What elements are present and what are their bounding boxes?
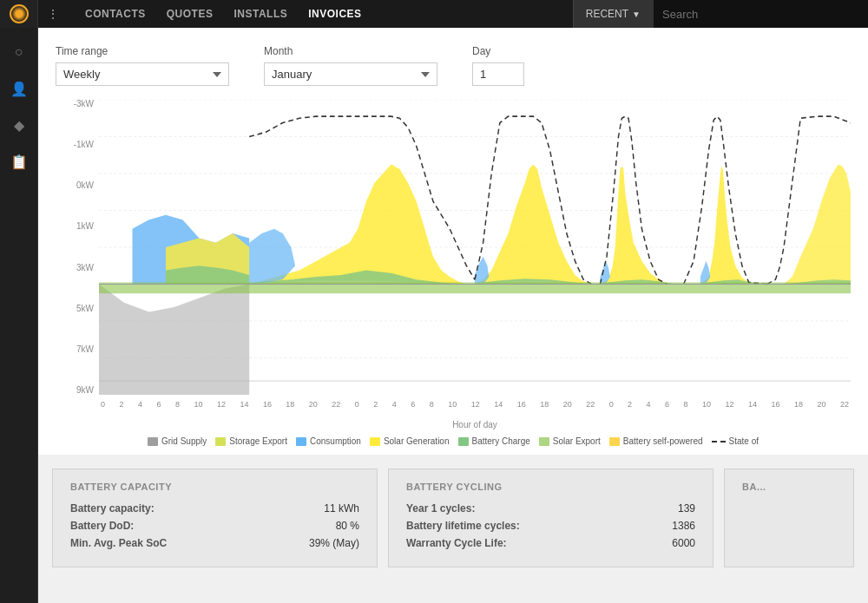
legend-swatch-storage [215, 437, 226, 446]
time-range-label: Time range [56, 45, 229, 57]
nav-invoices[interactable]: INVOICES [298, 0, 372, 28]
battery-cycling-card: BATTERY CYCLING Year 1 cycles: 139 Batte… [388, 469, 713, 567]
svg-marker-20 [600, 167, 683, 285]
top-nav: ⋮ CONTACTS QUOTES INSTALLS INVOICES RECE… [0, 0, 868, 28]
day-input[interactable] [472, 62, 524, 86]
legend-swatch-battery-charge [458, 437, 469, 446]
nav-items: CONTACTS QUOTES INSTALLS INVOICES [68, 0, 573, 28]
legend-swatch-consumption [296, 437, 306, 446]
nav-recent-button[interactable]: RECENT ▼ [573, 0, 653, 28]
battery-capacity-title: BATTERY CAPACITY [70, 482, 359, 492]
legend-state: State of [712, 436, 759, 446]
y-axis: 9kW 7kW 5kW 3kW 1kW 0kW -1kW -3kW [56, 100, 99, 395]
y-label-3kw: 3kW [56, 264, 99, 272]
legend-solar-export: Solar Export [539, 436, 601, 446]
battery-capacity-row-2: Min. Avg. Peak SoC 39% (May) [70, 537, 359, 549]
battery-capacity-label-1: Battery DoD: [70, 520, 134, 532]
month-select[interactable]: January February March [264, 62, 437, 86]
battery-cycling-row-1: Battery lifetime cycles: 1386 [406, 520, 695, 532]
filter-row: Time range Weekly Daily Monthly Month Ja… [56, 45, 851, 86]
chart-svg-area: 0246810121416182022 0246810121416182022 … [99, 100, 851, 395]
legend-label-storage: Storage Export [229, 436, 287, 446]
battery-capacity-row-1: Battery DoD: 80 % [70, 520, 359, 532]
battery-capacity-row-0: Battery capacity: 11 kWh [70, 502, 359, 515]
y-label-neg3kw: -3kW [56, 100, 99, 108]
y-label-9kw: 9kW [56, 386, 99, 395]
main-layout: ○ 👤 ◆ 📋 Time range Weekly Daily Monthly … [0, 28, 868, 603]
svg-marker-24 [700, 167, 767, 285]
logo-icon [10, 4, 29, 23]
battery-capacity-card: BATTERY CAPACITY Battery capacity: 11 kW… [52, 469, 378, 567]
legend-dash-state [712, 441, 726, 442]
search-input[interactable] [662, 8, 859, 21]
battery-cycling-label-2: Warranty Cycle Life: [406, 537, 507, 549]
battery-capacity-label-0: Battery capacity: [70, 502, 155, 515]
legend-battery-charge: Battery Charge [458, 436, 530, 446]
day-label: Day [472, 45, 524, 57]
svg-marker-8 [99, 285, 249, 396]
y-label-neg1kw: -1kW [56, 141, 99, 149]
sidebar-icon-user[interactable]: 👤 [3, 73, 35, 104]
battery-cycling-row-2: Warranty Cycle Life: 6000 [406, 537, 695, 549]
svg-marker-28 [784, 164, 851, 284]
battery-cycling-value-1: 1386 [672, 520, 695, 532]
nav-installs[interactable]: INSTALLS [223, 0, 298, 28]
battery-extra-card: BA... [724, 469, 854, 567]
chart-container: 9kW 7kW 5kW 3kW 1kW 0kW -1kW -3kW [56, 100, 851, 429]
chart-svg [99, 100, 851, 395]
legend-grid-supply: Grid Supply [148, 436, 207, 446]
battery-extra-title: BA... [742, 482, 836, 492]
nav-right: RECENT ▼ [573, 0, 868, 28]
day-filter: Day [472, 45, 524, 86]
legend-label-consumption: Consumption [310, 436, 361, 446]
legend-label-solar-export: Solar Export [553, 436, 601, 446]
time-range-select[interactable]: Weekly Daily Monthly [56, 62, 229, 86]
legend-label-battery-self: Battery self-powered [623, 436, 703, 446]
battery-cycling-title: BATTERY CYCLING [406, 482, 695, 492]
time-range-filter: Time range Weekly Daily Monthly [56, 45, 229, 86]
x-axis-labels: 0246810121416182022 0246810121416182022 … [99, 400, 851, 409]
sidebar-icon-home[interactable]: ○ [3, 36, 35, 68]
y-label-5kw: 5kW [56, 305, 99, 313]
battery-capacity-value-2: 39% (May) [309, 537, 359, 549]
legend-label-state: State of [729, 436, 759, 446]
legend-battery-self: Battery self-powered [609, 436, 703, 446]
legend-consumption: Consumption [296, 436, 361, 446]
info-cards: BATTERY CAPACITY Battery capacity: 11 kW… [38, 455, 868, 567]
nav-quotes[interactable]: QUOTES [156, 0, 224, 28]
legend-swatch-battery-self [609, 437, 620, 446]
battery-capacity-value-0: 11 kWh [324, 502, 359, 515]
battery-cycling-value-2: 6000 [672, 537, 695, 549]
x-axis-title: Hour of day [99, 420, 851, 429]
legend-label-battery-charge: Battery Charge [472, 436, 530, 446]
legend-swatch-grid [148, 437, 158, 446]
legend-label-solar-gen: Solar Generation [384, 436, 450, 446]
chart-section: Time range Weekly Daily Monthly Month Ja… [38, 28, 868, 455]
battery-cycling-label-1: Battery lifetime cycles: [406, 520, 520, 532]
battery-capacity-value-1: 80 % [336, 520, 359, 532]
month-label: Month [264, 45, 437, 57]
battery-cycling-label-0: Year 1 cycles: [406, 502, 475, 515]
legend-swatch-solar-export [539, 437, 549, 446]
nav-contacts[interactable]: CONTACTS [75, 0, 156, 28]
battery-cycling-value-0: 139 [678, 502, 695, 515]
svg-marker-16 [475, 164, 600, 284]
legend-swatch-solar-gen [370, 437, 380, 446]
battery-cycling-row-0: Year 1 cycles: 139 [406, 502, 695, 515]
legend-solar-gen: Solar Generation [370, 436, 450, 446]
battery-capacity-label-2: Min. Avg. Peak SoC [70, 537, 167, 549]
month-filter: Month January February March [264, 45, 437, 86]
nav-search-box[interactable] [653, 0, 868, 28]
y-label-0kw: 0kW [56, 181, 99, 190]
hamburger-icon[interactable]: ⋮ [38, 7, 68, 21]
nav-logo[interactable] [0, 0, 38, 28]
chart-legend: Grid Supply Storage Export Consumption S… [56, 436, 851, 446]
chevron-down-icon: ▼ [632, 10, 641, 19]
legend-storage-export: Storage Export [215, 436, 287, 446]
y-label-1kw: 1kW [56, 222, 99, 231]
content-area: Time range Weekly Daily Monthly Month Ja… [38, 28, 868, 603]
sidebar: ○ 👤 ◆ 📋 [0, 28, 38, 603]
sidebar-icon-dropbox[interactable]: ◆ [3, 109, 35, 141]
legend-label-grid: Grid Supply [161, 436, 207, 446]
sidebar-icon-clip[interactable]: 📋 [3, 146, 35, 177]
